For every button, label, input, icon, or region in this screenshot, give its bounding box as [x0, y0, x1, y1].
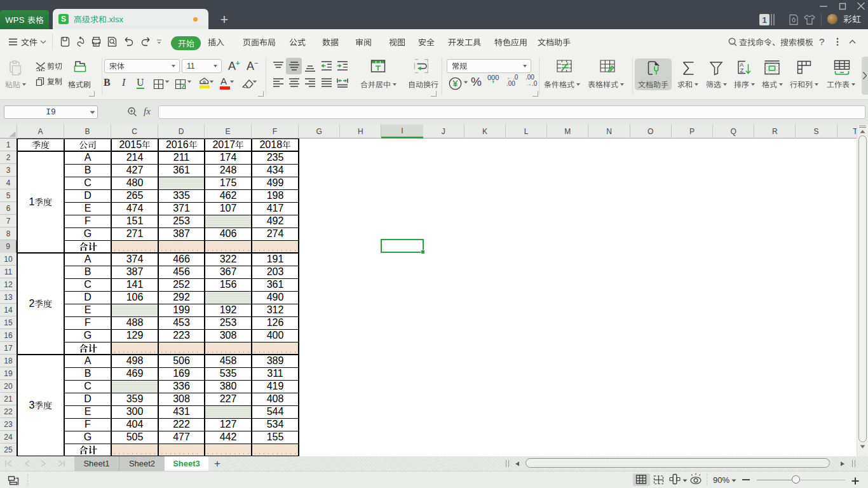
- svg-text:Z: Z: [740, 67, 743, 74]
